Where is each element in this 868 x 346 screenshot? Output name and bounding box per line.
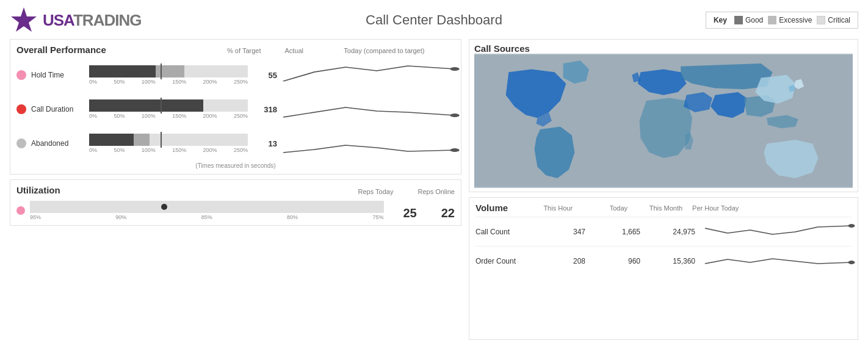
- order-count-row: Order Count 208 960 15,360: [476, 246, 852, 275]
- svg-marker-0: [11, 7, 37, 32]
- svg-point-6: [848, 261, 855, 264]
- hold-time-name: Hold Time: [31, 71, 89, 79]
- pct-target-label: % of Target: [214, 47, 275, 54]
- hold-time-sparkline: [283, 60, 455, 90]
- util-reps: 25 22: [403, 200, 455, 220]
- reps-today-header: Reps Today: [358, 188, 394, 195]
- abandoned-bar: 0%50%100%150%200%250%: [89, 134, 248, 153]
- call-count-this-month: 24,975: [640, 228, 695, 236]
- order-count-name: Order Count: [476, 257, 530, 265]
- call-duration-sparkline: [283, 94, 455, 124]
- call-count-name: Call Count: [476, 228, 530, 236]
- abandoned-indicator: [16, 139, 26, 148]
- utilization-title: Utilization: [16, 185, 60, 195]
- abandoned-sparkline: [283, 128, 455, 159]
- hold-time-indicator: [16, 70, 26, 80]
- util-dot: [161, 204, 167, 210]
- volume-title: Volume: [476, 203, 508, 213]
- reps-online-col: 22: [441, 200, 455, 220]
- utilization-section: Utilization Reps Today Reps Online 95%90…: [10, 179, 461, 226]
- volume-section: Volume This Hour Today This Month Per Ho…: [469, 197, 858, 340]
- reps-today-col: 25: [403, 200, 417, 220]
- call-count-today: 1,665: [585, 228, 640, 236]
- util-axis: 95%90%85%80%75%: [30, 214, 384, 220]
- call-count-this-hour: 347: [530, 228, 585, 236]
- key-label: Key: [714, 16, 727, 24]
- call-duration-row: Call Duration 0%50%100%150%200%250% 318: [16, 94, 455, 124]
- vol-this-hour-header: This Hour: [518, 204, 573, 212]
- volume-header: Volume This Hour Today This Month Per Ho…: [476, 203, 852, 213]
- util-indicator: [16, 206, 25, 215]
- key-critical-item: Critical: [817, 16, 850, 24]
- reps-online-val: 22: [441, 206, 455, 220]
- util-bar: [30, 201, 384, 213]
- call-count-row: Call Count 347 1,665 24,975: [476, 217, 852, 246]
- call-count-sparkline: [705, 221, 852, 242]
- world-map-svg: [474, 54, 853, 188]
- perf-footer: (Times measured in seconds): [16, 162, 455, 169]
- hold-time-row: Hold Time 0%50%100%150%200%250% 55: [16, 60, 455, 90]
- world-map: [474, 54, 853, 188]
- critical-swatch: [817, 16, 825, 24]
- vol-today-header: Today: [573, 204, 627, 212]
- vol-per-hour-header: Per Hour Today: [692, 204, 852, 212]
- reps-today-val: 25: [403, 206, 417, 220]
- excessive-label: Excessive: [779, 16, 812, 24]
- svg-point-2: [450, 114, 459, 117]
- abandoned-name: Abandoned: [31, 139, 89, 148]
- reps-online-header: Reps Online: [418, 188, 455, 195]
- abandoned-actual: 13: [253, 139, 277, 148]
- call-duration-actual: 318: [253, 105, 277, 114]
- abandoned-row: Abandoned 0%50%100%150%200%250% 13: [16, 128, 455, 159]
- call-duration-bar: 0%50%100%150%200%250%: [89, 99, 248, 119]
- good-swatch: [734, 16, 743, 24]
- hold-time-bar: 0%50%100%150%200%250%: [89, 65, 248, 85]
- svg-point-5: [848, 224, 855, 228]
- hold-time-actual: 55: [253, 71, 277, 80]
- today-label: Today (compared to target): [314, 47, 455, 54]
- call-sources-title: Call Sources: [474, 43, 530, 54]
- vol-this-month-header: This Month: [627, 204, 682, 212]
- actual-label: Actual: [280, 47, 309, 54]
- logo-trading: TRADING: [73, 11, 141, 29]
- critical-label: Critical: [828, 16, 850, 24]
- logo-text: USATRADING: [43, 11, 141, 30]
- excessive-swatch: [768, 16, 776, 24]
- key-box: Key Good Excessive Critical: [706, 12, 858, 29]
- order-count-today: 960: [585, 257, 640, 265]
- overall-performance-section: Overall Performance % of Target Actual T…: [10, 39, 461, 175]
- svg-point-3: [450, 148, 459, 152]
- call-duration-indicator: [16, 104, 26, 114]
- order-count-this-month: 15,360: [640, 257, 695, 265]
- svg-point-1: [450, 67, 459, 71]
- overall-perf-title: Overall Performance: [16, 45, 106, 55]
- reps-header: Reps Today Reps Online: [358, 188, 455, 195]
- call-duration-name: Call Duration: [31, 105, 89, 114]
- key-good-item: Good: [734, 16, 763, 24]
- logo-area: USATRADING: [10, 6, 141, 34]
- logo-usa: USA: [43, 11, 73, 29]
- call-sources-section: Call Sources: [469, 39, 858, 192]
- key-excessive-item: Excessive: [768, 16, 812, 24]
- logo-star-icon: [10, 6, 38, 34]
- good-label: Good: [745, 16, 763, 24]
- order-count-this-hour: 208: [530, 257, 585, 265]
- order-count-sparkline: [705, 250, 852, 272]
- dashboard-title: Call Center Dashboard: [366, 12, 502, 28]
